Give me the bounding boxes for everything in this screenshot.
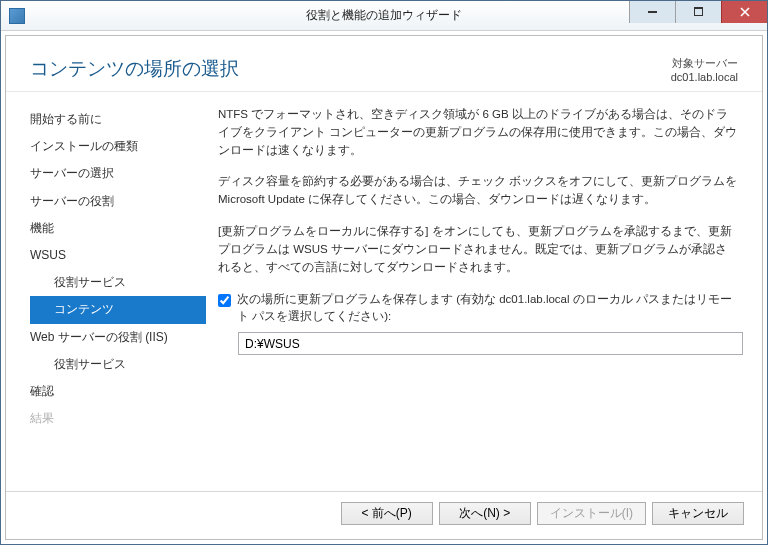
window-title: 役割と機能の追加ウィザード [306,7,462,24]
sidebar-item-9[interactable]: 役割サービス [30,351,206,378]
content-path-input[interactable] [238,332,743,355]
page-title: コンテンツの場所の選択 [30,56,239,82]
wizard-sidebar: 開始する前にインストールの種類サーバーの選択サーバーの役割機能WSUS役割サービ… [6,106,206,491]
next-button[interactable]: 次へ(N) > [439,502,531,525]
sidebar-item-4[interactable]: 機能 [30,215,206,242]
sidebar-item-11: 結果 [30,405,206,432]
maximize-button[interactable] [675,1,721,23]
sidebar-item-0[interactable]: 開始する前に [30,106,206,133]
store-updates-label[interactable]: 次の場所に更新プログラムを保存します (有効な dc01.lab.local の… [237,291,738,327]
close-button[interactable] [721,1,767,23]
install-button: インストール(I) [537,502,646,525]
previous-button[interactable]: < 前へ(P) [341,502,433,525]
sidebar-item-7[interactable]: コンテンツ [30,296,206,323]
description-para-1: NTFS でフォーマットされ、空きディスク領域が 6 GB 以上のドライブがある… [218,106,738,159]
svg-rect-2 [694,7,703,9]
body-area: 開始する前にインストールの種類サーバーの選択サーバーの役割機能WSUS役割サービ… [6,92,762,491]
sidebar-item-6[interactable]: 役割サービス [30,269,206,296]
store-updates-checkbox-row: 次の場所に更新プログラムを保存します (有効な dc01.lab.local の… [218,291,738,327]
header-area: コンテンツの場所の選択 対象サーバー dc01.lab.local [6,36,762,92]
titlebar: 役割と機能の追加ウィザード [1,1,767,31]
target-server-label: 対象サーバー [671,56,738,71]
app-icon [9,8,25,24]
sidebar-item-3[interactable]: サーバーの役割 [30,188,206,215]
sidebar-item-1[interactable]: インストールの種類 [30,133,206,160]
sidebar-item-5[interactable]: WSUS [30,242,206,269]
main-panel: NTFS でフォーマットされ、空きディスク領域が 6 GB 以上のドライブがある… [206,106,762,491]
description-para-3: [更新プログラムをローカルに保存する] をオンにしても、更新プログラムを承認する… [218,223,738,276]
description-para-2: ディスク容量を節約する必要がある場合は、チェック ボックスをオフにして、更新プロ… [218,173,738,209]
sidebar-item-10[interactable]: 確認 [30,378,206,405]
target-server-value: dc01.lab.local [671,71,738,83]
wizard-window: 役割と機能の追加ウィザード コンテンツの場所の選択 対象サーバー dc01.la… [0,0,768,545]
button-bar: < 前へ(P) 次へ(N) > インストール(I) キャンセル [6,491,762,539]
sidebar-item-2[interactable]: サーバーの選択 [30,160,206,187]
minimize-button[interactable] [629,1,675,23]
svg-rect-0 [648,11,657,13]
wizard-inner: コンテンツの場所の選択 対象サーバー dc01.lab.local 開始する前に… [5,35,763,540]
store-updates-checkbox[interactable] [218,294,231,307]
content-wrap: コンテンツの場所の選択 対象サーバー dc01.lab.local 開始する前に… [1,31,767,544]
sidebar-item-8[interactable]: Web サーバーの役割 (IIS) [30,324,206,351]
cancel-button[interactable]: キャンセル [652,502,744,525]
window-controls [629,1,767,23]
target-server-box: 対象サーバー dc01.lab.local [671,56,738,83]
